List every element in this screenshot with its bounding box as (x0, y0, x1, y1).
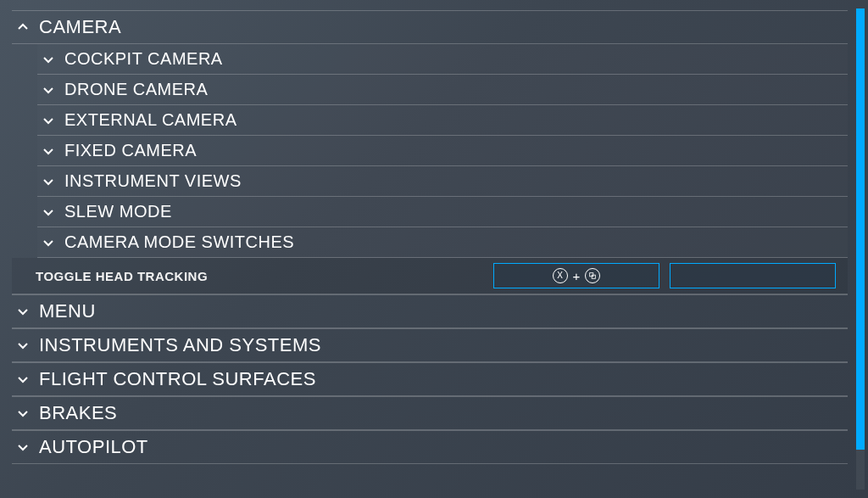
chevron-down-icon (17, 407, 32, 419)
section-flight-control: FLIGHT CONTROL SURFACES (12, 362, 848, 396)
section-header-camera[interactable]: CAMERA (12, 11, 848, 44)
section-instruments: INSTRUMENTS AND SYSTEMS (12, 328, 848, 362)
section-label: CAMERA (39, 16, 121, 38)
chevron-down-icon (17, 441, 32, 453)
chevron-down-icon (17, 305, 32, 317)
chevron-down-icon (17, 373, 32, 385)
sub-header-drone-camera[interactable]: DRONE CAMERA (37, 75, 848, 105)
binding-slot-secondary[interactable] (670, 263, 836, 288)
sub-header-slew-mode[interactable]: SLEW MODE (37, 197, 848, 227)
plus-icon: + (573, 269, 581, 283)
chevron-down-icon (42, 206, 58, 218)
view-button-icon (585, 268, 600, 283)
x-button-icon: X (553, 268, 568, 283)
section-brakes: BRAKES (12, 396, 848, 430)
section-header-menu[interactable]: MENU (12, 295, 848, 328)
sub-header-external-camera[interactable]: EXTERNAL CAMERA (37, 105, 848, 136)
section-label: MENU (39, 300, 96, 322)
section-header-autopilot[interactable]: AUTOPILOT (12, 431, 848, 464)
sub-header-fixed-camera[interactable]: FIXED CAMERA (37, 136, 848, 166)
chevron-down-icon (42, 176, 58, 187)
sub-header-instrument-views[interactable]: INSTRUMENT VIEWS (37, 166, 848, 197)
chevron-down-icon (42, 53, 58, 65)
section-header-instruments[interactable]: INSTRUMENTS AND SYSTEMS (12, 329, 848, 362)
binding-slot-primary[interactable]: X + (493, 263, 659, 288)
sub-label: INSTRUMENT VIEWS (64, 171, 242, 191)
chevron-down-icon (42, 145, 58, 157)
section-header-flight-control[interactable]: FLIGHT CONTROL SURFACES (12, 363, 848, 396)
section-autopilot: AUTOPILOT (12, 430, 848, 464)
section-header-brakes[interactable]: BRAKES (12, 397, 848, 430)
section-label: BRAKES (39, 402, 117, 424)
section-label: FLIGHT CONTROL SURFACES (39, 368, 316, 390)
chevron-down-icon (42, 237, 58, 249)
sub-label: DRONE CAMERA (64, 80, 208, 99)
sub-label: SLEW MODE (64, 202, 172, 221)
section-label: AUTOPILOT (39, 436, 148, 458)
chevron-down-icon (42, 115, 58, 126)
sub-label: EXTERNAL CAMERA (64, 110, 236, 130)
chevron-down-icon (17, 339, 32, 351)
section-label: INSTRUMENTS AND SYSTEMS (39, 334, 321, 356)
sub-header-camera-mode-switches[interactable]: CAMERA MODE SWITCHES (37, 227, 848, 258)
binding-slots: X + (493, 263, 836, 288)
chevron-down-icon (42, 84, 58, 96)
binding-row-toggle-head-tracking: TOGGLE HEAD TRACKING X + (12, 258, 848, 294)
camera-subsections: COCKPIT CAMERA DRONE CAMERA EXTERNAL CAM… (12, 44, 848, 258)
chevron-up-icon (17, 21, 32, 33)
sub-label: FIXED CAMERA (64, 141, 197, 160)
section-camera: CAMERA COCKPIT CAMERA DRONE CAMERA EXTER… (12, 10, 848, 294)
binding-label: TOGGLE HEAD TRACKING (36, 269, 493, 283)
section-menu: MENU (12, 294, 848, 328)
sub-label: COCKPIT CAMERA (64, 49, 223, 69)
sub-label: CAMERA MODE SWITCHES (64, 232, 294, 252)
scrollbar-thumb[interactable] (856, 8, 865, 450)
controls-menu: CAMERA COCKPIT CAMERA DRONE CAMERA EXTER… (0, 0, 848, 498)
sub-header-cockpit-camera[interactable]: COCKPIT CAMERA (37, 44, 848, 75)
